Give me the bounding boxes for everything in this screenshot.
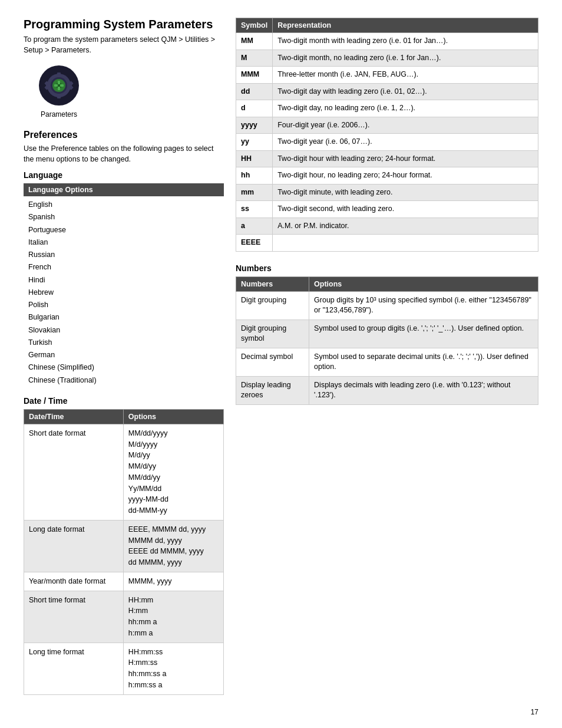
dt-options-cell: MM/dd/yyyy M/d/yyyy M/d/yy MM/d/yy MM/dd…: [123, 424, 223, 520]
symbol-cell: hh: [236, 167, 273, 185]
svg-rect-3: [57, 73, 61, 77]
symbol-cell: yyyy: [236, 117, 273, 134]
symbol-cell: a: [236, 218, 273, 235]
dt-table-row: Short date formatMM/dd/yyyy M/d/yyyy M/d…: [24, 424, 224, 520]
left-column: Programming System Parameters To program…: [24, 18, 224, 695]
numbers-label-cell: Digit grouping: [236, 291, 309, 319]
symbol-table-row: ssTwo-digit second, with leading zero.: [236, 201, 538, 218]
representation-cell: A.M. or P.M. indicator.: [273, 218, 538, 235]
datetime-section: Date / Time Date/Time Options Short date…: [24, 396, 224, 695]
symbol-cell: M: [236, 50, 273, 67]
dt-options-cell: EEEE, MMMM dd, yyyy MMMM dd, yyyy EEEE d…: [123, 520, 223, 572]
symbol-table-row: HHTwo-digit hour with leading zero; 24-h…: [236, 150, 538, 167]
symbol-table-row: yyTwo-digit year (i.e. 06, 07…).: [236, 134, 538, 151]
dt-label-cell: Year/month date format: [24, 572, 124, 591]
symbol-table: Symbol Representation MMTwo-digit month …: [236, 18, 538, 252]
representation-col-header: Representation: [273, 18, 538, 33]
symbol-table-row: hhTwo-digit hour, no leading zero; 24-ho…: [236, 167, 538, 185]
intro-text: To program the system parameters select …: [24, 35, 224, 55]
dt-label-cell: Long date format: [24, 520, 124, 572]
representation-cell: Three-letter month (i.e. JAN, FEB, AUG…)…: [273, 67, 538, 84]
symbol-cell: EEEE: [236, 235, 273, 252]
symbol-table-row: yyyyFour-digit year (i.e. 2006…).: [236, 117, 538, 134]
representation-cell: Two-digit year (i.e. 06, 07…).: [273, 134, 538, 151]
datetime-section-title: Date / Time: [24, 396, 224, 406]
numbers-options-cell: Group digits by 10³ using specified symb…: [309, 291, 538, 319]
symbol-cell: MMM: [236, 67, 273, 84]
svg-rect-16: [60, 84, 64, 87]
language-list-item: Chinese (Traditional): [28, 374, 219, 387]
parameters-label: Parameters: [41, 110, 77, 118]
representation-cell: Two-digit month, no leading zero (i.e. 1…: [273, 50, 538, 67]
symbol-cell: HH: [236, 150, 273, 167]
symbol-table-row: MMMThree-letter month (i.e. JAN, FEB, AU…: [236, 67, 538, 84]
numbers-options-cell: Symbol used to separate decimal units (i…: [309, 348, 538, 376]
symbol-table-row: MMTwo-digit month with leading zero (i.e…: [236, 33, 538, 50]
svg-rect-4: [57, 94, 61, 98]
numbers-title: Numbers: [236, 263, 538, 273]
language-list-item: Spanish: [28, 211, 219, 223]
dt-label-cell: Short date format: [24, 424, 124, 520]
language-list-item: Italian: [28, 236, 219, 249]
representation-cell: Two-digit hour, no leading zero; 24-hour…: [273, 167, 538, 185]
language-list-item: Bulgarian: [28, 311, 219, 324]
representation-cell: Two-digit month with leading zero (i.e. …: [273, 33, 538, 50]
dt-options-cell: HH:mm H:mm hh:mm a h:mm a: [123, 591, 223, 643]
representation-cell: Two-digit minute, with leading zero.: [273, 184, 538, 201]
language-options-header: Language Options: [24, 183, 224, 196]
dt-options-cell: HH:mm:ss H:mm:ss hh:mm:ss a h:mm:ss a: [123, 643, 223, 694]
language-list-item: English: [28, 199, 219, 211]
dt-options-cell: MMMM, yyyy: [123, 572, 223, 591]
numbers-table-row: Digit grouping symbolSymbol used to grou…: [236, 319, 538, 348]
datetime-table: Date/Time Options Short date formatMM/dd…: [24, 409, 224, 695]
language-list-item: Turkish: [28, 337, 219, 349]
numbers-table-row: Digit groupingGroup digits by 10³ using …: [236, 291, 538, 319]
preferences-desc: Use the Preference tables on the followi…: [24, 144, 224, 164]
representation-cell: [273, 235, 538, 252]
svg-rect-15: [54, 84, 58, 87]
language-section-title: Language: [24, 170, 224, 180]
parameters-graphic: [35, 65, 82, 108]
numbers-options-cell: Displays decimals with leading zero (i.e…: [309, 376, 538, 404]
symbol-table-row: mmTwo-digit minute, with leading zero.: [236, 184, 538, 201]
dt-label-cell: Long time format: [24, 643, 124, 694]
language-list-item: Portuguese: [28, 224, 219, 236]
language-list-item: Polish: [28, 299, 219, 311]
numbers-col1-header: Numbers: [236, 276, 309, 291]
language-list-item: Hindi: [28, 274, 219, 286]
page-container: Programming System Parameters To program…: [24, 18, 538, 695]
numbers-col2-header: Options: [309, 276, 538, 291]
numbers-label-cell: Digit grouping symbol: [236, 319, 309, 348]
page-title: Programming System Parameters: [24, 18, 224, 31]
symbol-table-row: aA.M. or P.M. indicator.: [236, 218, 538, 235]
symbol-cell: yy: [236, 134, 273, 151]
language-list-item: Slovakian: [28, 324, 219, 337]
symbol-col-header: Symbol: [236, 18, 273, 33]
language-list-item: Hebrew: [28, 286, 219, 299]
dt-label-cell: Short time format: [24, 591, 124, 643]
numbers-label-cell: Display leading zeroes: [236, 376, 309, 404]
numbers-table: Numbers Options Digit groupingGroup digi…: [236, 276, 538, 405]
representation-cell: Four-digit year (i.e. 2006…).: [273, 117, 538, 134]
parameters-icon-container: Parameters: [24, 62, 94, 121]
numbers-table-row: Decimal symbolSymbol used to separate de…: [236, 348, 538, 376]
representation-cell: Two-digit day, no leading zero (i.e. 1, …: [273, 100, 538, 117]
symbol-cell: ss: [236, 201, 273, 218]
numbers-label-cell: Decimal symbol: [236, 348, 309, 376]
svg-rect-14: [58, 87, 60, 90]
language-list: EnglishSpanishPortugueseItalianRussianFr…: [24, 197, 224, 388]
symbol-table-row: dTwo-digit day, no leading zero (i.e. 1,…: [236, 100, 538, 117]
svg-rect-13: [58, 81, 60, 84]
language-list-item: German: [28, 349, 219, 361]
right-column: Symbol Representation MMTwo-digit month …: [236, 18, 538, 695]
symbol-table-row: MTwo-digit month, no leading zero (i.e. …: [236, 50, 538, 67]
dt-table-row: Short time formatHH:mm H:mm hh:mm a h:mm…: [24, 591, 224, 643]
representation-cell: Two-digit hour with leading zero; 24-hou…: [273, 150, 538, 167]
dt-table-row: Year/month date formatMMMM, yyyy: [24, 572, 224, 591]
symbol-cell: d: [236, 100, 273, 117]
symbol-table-row: EEEE: [236, 235, 538, 252]
symbol-table-row: ddTwo-digit day with leading zero (i.e. …: [236, 83, 538, 100]
language-list-item: Chinese (Simplified): [28, 361, 219, 374]
language-list-item: Russian: [28, 249, 219, 261]
dt-table-row: Long date formatEEEE, MMMM dd, yyyy MMMM…: [24, 520, 224, 572]
